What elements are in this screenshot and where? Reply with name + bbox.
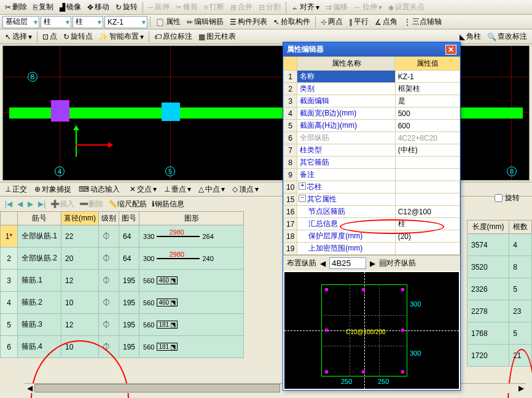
table-row[interactable]: 4 箍筋.210⏀195560460⬔ xyxy=(1,292,244,314)
type1-dropdown[interactable]: 柱 xyxy=(41,16,71,28)
stretch-button: ↔拉伸▾ xyxy=(351,1,385,14)
insert-row-button: ➕插入 xyxy=(50,199,74,209)
table-row[interactable]: 3 箍筋.112⏀195560460⬔ xyxy=(1,270,244,292)
grid-right-columns: 长度(mm) 根数 357443520823265227823176851720… xyxy=(467,220,532,367)
axis-label-5: 5 xyxy=(165,166,175,176)
property-row[interactable]: 2 类别 框架柱 xyxy=(284,83,460,95)
table-row[interactable]: 35744 xyxy=(467,234,532,256)
modlabel-button[interactable]: 🔍查改标注 xyxy=(485,30,530,43)
pointangle-button[interactable]: ∡点角 xyxy=(372,15,400,28)
property-row[interactable]: 1 名称 KZ-1 xyxy=(284,71,460,83)
col-length[interactable]: 长度(mm) xyxy=(467,220,509,234)
axis-label-8: 8 xyxy=(507,166,517,176)
code-dropdown[interactable]: KZ-1 xyxy=(104,16,147,28)
osnap-toggle[interactable]: ⊕对象捕捉 xyxy=(32,183,74,196)
table-row[interactable]: 23265 xyxy=(467,278,532,300)
property-row[interactable]: 15 其它属性 xyxy=(284,193,460,206)
pick-button[interactable]: ↖拾取构件 xyxy=(271,15,313,28)
rotate-button[interactable]: ↻旋转 xyxy=(113,1,140,14)
rebar-info-button[interactable]: ℹ钢筋信息 xyxy=(152,199,184,209)
layout-prev[interactable]: ◀ xyxy=(320,259,326,268)
table-row[interactable]: 17685 xyxy=(467,322,532,345)
anglecol-button[interactable]: ◣角柱 xyxy=(457,30,483,43)
col-shape[interactable]: 图形 xyxy=(139,212,244,225)
table-row[interactable]: 6 箍筋.410⏀195560181⬔ xyxy=(1,336,244,358)
drawcol-button[interactable]: ▦图元柱表 xyxy=(196,30,238,43)
property-row[interactable]: 7 柱类型 (中柱) xyxy=(284,144,460,157)
section-preview[interactable]: 250 250 300 300 C10@100/200 xyxy=(284,272,459,389)
property-row[interactable]: 19 上加密范围(mm) xyxy=(284,243,460,255)
intersect-snap[interactable]: ✕交点▾ xyxy=(127,183,159,196)
property-row[interactable]: 10 芯柱 xyxy=(284,181,460,193)
prop-col-value: 属性值 xyxy=(395,57,460,71)
layout-value-input[interactable] xyxy=(329,257,366,269)
scale-button[interactable]: 📏缩尺配筋 xyxy=(108,199,147,209)
property-editor-titlebar[interactable]: 属性编辑器 ✕ xyxy=(283,42,460,57)
table-row[interactable]: 1* 全部纵筋.122⏀643302980264 xyxy=(1,225,244,248)
editrebar-button[interactable]: ✏编辑钢筋 xyxy=(184,15,226,28)
delete-row-button: ➖删除 xyxy=(79,199,103,209)
ortho-toggle[interactable]: ⊥正交 xyxy=(2,183,29,196)
select-button[interactable]: ↖选择▾ xyxy=(2,30,34,43)
copy-button[interactable]: ⎘复制 xyxy=(31,1,56,14)
rotate-checkbox[interactable]: 旋转 xyxy=(495,193,520,203)
axis-label-4: 4 xyxy=(55,166,65,176)
property-row[interactable]: 16 节点区箍筋 C12@100 xyxy=(284,206,460,218)
props-button[interactable]: 📋属性 xyxy=(153,15,183,28)
layer-dropdown[interactable]: 基础层 xyxy=(2,16,39,28)
table-row[interactable]: 227823 xyxy=(467,300,532,322)
table-row[interactable]: 2 全部纵筋.220⏀643002980240 xyxy=(1,248,244,270)
col-grade[interactable]: 级别 xyxy=(99,212,119,225)
offset-button: ⇉偏移 xyxy=(323,1,350,14)
nav-first[interactable]: |◀ xyxy=(5,200,12,208)
move-button[interactable]: ✥移动 xyxy=(85,1,112,14)
list-button[interactable]: ☰构件列表 xyxy=(227,15,270,28)
align-button[interactable]: ⫠对齐▾ xyxy=(289,1,322,14)
property-row[interactable]: 9 备注 xyxy=(284,169,460,181)
property-row[interactable]: 8 其它箍筋 xyxy=(284,157,460,169)
property-row[interactable]: 3 截面编辑 是 xyxy=(284,95,460,107)
nav-next[interactable]: ▶ xyxy=(28,200,33,208)
col-dia[interactable]: 直径(mm) xyxy=(61,212,99,225)
property-row[interactable]: 17 汇总信息 柱 xyxy=(284,218,460,230)
table-row[interactable]: 172021 xyxy=(467,345,532,367)
property-row[interactable]: 4 截面宽(B边)(mm) 500 xyxy=(284,107,460,120)
break-button: ≡打断 xyxy=(201,1,227,14)
property-row[interactable]: 18 保护层厚度(mm) (20) xyxy=(284,230,460,243)
extend-button: ─延伸 xyxy=(146,1,172,14)
twopoint-button[interactable]: ⊹两点 xyxy=(318,15,345,28)
axis-label-B: B xyxy=(28,72,37,82)
table-row[interactable]: 35208 xyxy=(467,256,532,278)
mid-snap[interactable]: △中点▾ xyxy=(196,183,227,196)
apex-snap[interactable]: ◇顶点▾ xyxy=(230,183,261,196)
prop-col-name: 属性名称 xyxy=(297,57,395,71)
property-editor-window[interactable]: 属性编辑器 ✕ 属性名称 属性值 1 名称 KZ-12 类别 框架柱3 截面编辑… xyxy=(283,42,461,391)
col-count[interactable]: 根数 xyxy=(509,220,532,234)
property-editor-title: 属性编辑器 xyxy=(287,44,324,55)
property-row[interactable]: 5 截面高(H边)(mm) 600 xyxy=(284,120,460,132)
smart-button[interactable]: ✨智能布置▾ xyxy=(96,30,146,43)
nav-last[interactable]: ▶| xyxy=(38,200,45,208)
mirror-button[interactable]: ▟镜像 xyxy=(57,1,84,14)
dyninput-toggle[interactable]: ⌨动态输入 xyxy=(76,183,122,196)
parallel-button[interactable]: ∥平行 xyxy=(346,15,371,28)
rotpoint-button[interactable]: ↻旋转点 xyxy=(61,30,95,43)
layout-label: 布置纵筋 xyxy=(287,258,316,268)
col-drawing[interactable]: 图号 xyxy=(119,212,139,225)
align-rebar-button[interactable]: ▦对齐纵筋 xyxy=(379,258,416,268)
layout-next[interactable]: ▶ xyxy=(370,259,375,268)
merge-button: ⊞合并 xyxy=(228,1,255,14)
delete-button[interactable]: ✂删除 xyxy=(2,1,29,14)
property-row[interactable]: 6 全部纵筋 4C22+8C20 xyxy=(284,132,460,144)
setgrip-button: ◆设置夹点 xyxy=(386,1,427,14)
col-id[interactable]: 筋号 xyxy=(18,212,61,225)
threepoint-button[interactable]: ⋮三点辅轴 xyxy=(401,15,444,28)
perp-snap[interactable]: ⊥垂点▾ xyxy=(162,183,194,196)
point-button[interactable]: ⊡点 xyxy=(40,30,60,43)
nav-prev[interactable]: ◀ xyxy=(17,200,23,208)
close-icon[interactable]: ✕ xyxy=(445,45,456,55)
type2-dropdown[interactable]: 柱 xyxy=(72,16,103,28)
table-row[interactable]: 5 箍筋.312⏀195560181⬔ xyxy=(1,314,244,336)
toolbar-edit: ✂删除 ⎘复制 ▟镜像 ✥移动 ↻旋转 ─延伸 ✂修剪 ≡打断 ⊞合并 ⊟分割 … xyxy=(0,0,532,15)
origlabel-button[interactable]: 🏷原位标注 xyxy=(152,30,195,43)
